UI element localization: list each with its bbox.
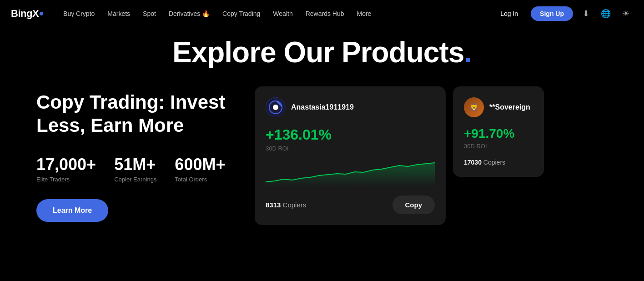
- stat-copier-earnings: 51M+ Copier Earnings: [114, 155, 156, 183]
- nav-derivatives[interactable]: Derivatives 🔥: [163, 6, 215, 21]
- nav-wealth[interactable]: Wealth: [267, 6, 298, 21]
- hero-content: Copy Trading: Invest Less, Earn More 17,…: [0, 86, 644, 225]
- stat-value-elite: 17,000+: [36, 155, 96, 174]
- trader-avatar-2: 🦁: [464, 97, 484, 117]
- hero-section: Explore Our Products. Copy Trading: Inve…: [0, 27, 644, 281]
- hero-title: Explore Our Products.: [0, 36, 644, 68]
- nav-links: Buy Crypto Markets Spot Derivatives 🔥 Co…: [58, 6, 493, 21]
- logo-dot: [40, 12, 43, 15]
- trader-card-1: Anastasia1911919 +136.01% 30D ROI: [255, 86, 446, 225]
- roi-value-2: +91.70%: [464, 126, 533, 141]
- navbar: BingX Buy Crypto Markets Spot Derivative…: [0, 0, 644, 27]
- copiers-text-2: 17030 Copiers: [464, 159, 533, 166]
- roi-label-1: 30D ROI: [266, 145, 435, 152]
- chart-1: [266, 159, 435, 186]
- trader-avatar-1: [266, 97, 286, 117]
- stat-label-elite: Elite Traders: [36, 176, 96, 183]
- card-footer-1: 8313 Copiers Copy: [266, 196, 435, 214]
- brightness-icon[interactable]: ☀: [619, 6, 633, 21]
- signup-button[interactable]: Sign Up: [531, 6, 573, 21]
- roi-label-2: 30D ROI: [464, 143, 533, 150]
- svg-point-2: [273, 105, 278, 110]
- stat-label-orders: Total Orders: [175, 176, 225, 183]
- download-icon[interactable]: ⬇: [579, 6, 593, 21]
- nav-more[interactable]: More: [352, 6, 377, 21]
- learn-more-button[interactable]: Learn More: [36, 199, 108, 222]
- stat-total-orders: 600M+ Total Orders: [175, 155, 225, 183]
- stat-value-earnings: 51M+: [114, 155, 156, 174]
- copy-button-1[interactable]: Copy: [392, 196, 435, 214]
- trader-name-2: **Sovereign: [489, 103, 530, 111]
- roi-value-1: +136.01%: [266, 126, 435, 143]
- logo-text: BingX: [11, 8, 39, 20]
- copiers-text-1: 8313 Copiers: [266, 201, 306, 209]
- stat-label-earnings: Copier Earnings: [114, 176, 156, 183]
- nav-copy-trading[interactable]: Copy Trading: [217, 6, 266, 21]
- cards-area: Anastasia1911919 +136.01% 30D ROI: [255, 86, 608, 225]
- left-panel: Copy Trading: Invest Less, Earn More 17,…: [36, 86, 236, 222]
- stats-row: 17,000+ Elite Traders 51M+ Copier Earnin…: [36, 155, 236, 183]
- stat-elite-traders: 17,000+ Elite Traders: [36, 155, 96, 183]
- trader-header-2: 🦁 **Sovereign: [464, 97, 533, 117]
- trader-header-1: Anastasia1911919: [266, 97, 435, 117]
- hero-title-dot: .: [464, 36, 472, 69]
- stat-value-orders: 600M+: [175, 155, 225, 174]
- logo[interactable]: BingX: [11, 8, 43, 20]
- trader-card-2: 🦁 **Sovereign +91.70% 30D ROI 17030 Copi…: [453, 86, 544, 177]
- trading-title: Copy Trading: Invest Less, Earn More: [36, 91, 236, 137]
- trader-name-1: Anastasia1911919: [291, 103, 354, 111]
- nav-markets[interactable]: Markets: [102, 6, 136, 21]
- nav-right: Log In Sign Up ⬇ 🌐 ☀: [493, 6, 633, 21]
- nav-rewards-hub[interactable]: Rewards Hub: [300, 6, 350, 21]
- globe-icon[interactable]: 🌐: [599, 6, 613, 21]
- nav-buy-crypto[interactable]: Buy Crypto: [58, 6, 100, 21]
- login-button[interactable]: Log In: [493, 6, 525, 21]
- nav-spot[interactable]: Spot: [137, 6, 161, 21]
